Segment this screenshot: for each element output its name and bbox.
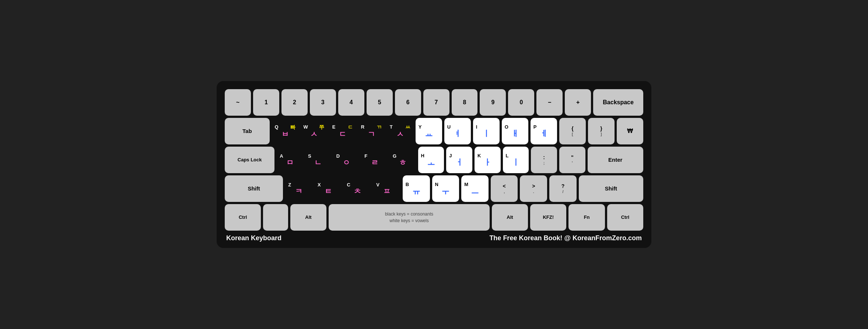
- row-5: Ctrl Alt black keys = consonantswhite ke…: [225, 204, 643, 231]
- key-w[interactable]: W 쭈 ㅅ: [301, 118, 327, 144]
- key-e[interactable]: E ㄷ ㄷ: [329, 118, 356, 144]
- key-less-than[interactable]: < ,: [491, 175, 518, 202]
- key-won[interactable]: ₩: [617, 118, 643, 144]
- key-plus[interactable]: +: [565, 89, 591, 116]
- key-f[interactable]: F ㄹ: [361, 147, 388, 173]
- key-g[interactable]: G ㅎ: [390, 147, 416, 173]
- key-i[interactable]: I ㅣ: [473, 118, 500, 144]
- key-q[interactable]: Q 빠 ㅂ: [272, 118, 298, 144]
- keyboard: ~ 1 2 3 4 5 6 7 8 9 0 − + Backspace Tab …: [217, 81, 651, 248]
- key-alt-right[interactable]: Alt: [492, 204, 528, 231]
- key-question[interactable]: ? /: [549, 175, 577, 202]
- key-capslock[interactable]: Caps Lock: [225, 147, 274, 173]
- key-minus[interactable]: −: [536, 89, 563, 116]
- keyboard-title: Korean Keyboard: [226, 234, 281, 242]
- key-0[interactable]: 0: [508, 89, 534, 116]
- key-z[interactable]: Z ㅋ: [285, 175, 312, 202]
- row-3: Caps Lock A ㅁ S ㄴ D ㅇ: [225, 147, 643, 173]
- keyboard-subtitle: The Free Korean Book! @ KoreanFromZero.c…: [489, 234, 642, 242]
- key-tab[interactable]: Tab: [225, 118, 270, 144]
- key-alt-left[interactable]: Alt: [290, 204, 326, 231]
- row-1: ~ 1 2 3 4 5 6 7 8 9 0 − + Backspace: [225, 89, 643, 116]
- key-9[interactable]: 9: [480, 89, 506, 116]
- key-6[interactable]: 6: [395, 89, 421, 116]
- key-spacebar[interactable]: black keys = consonantswhite keys = vowe…: [329, 204, 490, 231]
- key-r[interactable]: R ㄲ ㄱ: [358, 118, 385, 144]
- key-s[interactable]: S ㄴ: [305, 147, 331, 173]
- key-open-brace[interactable]: { [: [559, 118, 586, 144]
- key-enter[interactable]: Enter: [588, 147, 643, 173]
- key-colon[interactable]: : ;: [531, 147, 557, 173]
- key-p[interactable]: P ㅔ: [531, 118, 557, 144]
- key-2[interactable]: 2: [281, 89, 308, 116]
- key-ctrl-right[interactable]: Ctrl: [607, 204, 643, 231]
- key-4[interactable]: 4: [338, 89, 364, 116]
- key-5[interactable]: 5: [367, 89, 393, 116]
- key-greater-than[interactable]: > .: [520, 175, 547, 202]
- key-x[interactable]: X ㅌ: [315, 175, 342, 202]
- key-7[interactable]: 7: [423, 89, 449, 116]
- row-2: Tab Q 빠 ㅂ W 쭈 ㅅ E ㄷ: [225, 118, 643, 144]
- key-fn[interactable]: Fn: [568, 204, 605, 231]
- key-3[interactable]: 3: [310, 89, 336, 116]
- key-v[interactable]: V ㅍ: [373, 175, 400, 202]
- key-j[interactable]: J ㅓ: [446, 147, 472, 173]
- key-tilde[interactable]: ~: [225, 89, 251, 116]
- key-fn-left[interactable]: [263, 204, 288, 231]
- key-b[interactable]: B ㅠ: [403, 175, 430, 202]
- keyboard-rows: ~ 1 2 3 4 5 6 7 8 9 0 − + Backspace Tab …: [225, 89, 643, 231]
- key-quote[interactable]: " ': [559, 147, 585, 173]
- key-backspace[interactable]: Backspace: [593, 89, 643, 116]
- key-1[interactable]: 1: [253, 89, 279, 116]
- key-k[interactable]: K ㅏ: [475, 147, 501, 173]
- key-t[interactable]: T ㅆ ㅅ: [387, 118, 413, 144]
- key-ctrl-left[interactable]: Ctrl: [225, 204, 261, 231]
- key-l[interactable]: L ㅣ: [503, 147, 529, 173]
- key-m[interactable]: M ㅡ: [461, 175, 489, 202]
- key-c[interactable]: C ㅊ: [344, 175, 371, 202]
- key-u[interactable]: U ㅕ: [444, 118, 471, 144]
- key-8[interactable]: 8: [452, 89, 478, 116]
- key-d[interactable]: D ㅇ: [333, 147, 360, 173]
- key-shift-left[interactable]: Shift: [225, 175, 283, 202]
- key-h[interactable]: H ㅗ: [418, 147, 444, 173]
- key-close-brace[interactable]: } ]: [588, 118, 615, 144]
- key-o[interactable]: O ㅐ: [502, 118, 528, 144]
- key-y[interactable]: Y ㅛ: [416, 118, 442, 144]
- key-shift-right[interactable]: Shift: [579, 175, 643, 202]
- key-n[interactable]: N ㅜ: [432, 175, 459, 202]
- bottom-bar: Korean Keyboard The Free Korean Book! @ …: [225, 234, 643, 242]
- row-4: Shift Z ㅋ X ㅌ C ㅊ: [225, 175, 643, 202]
- key-a[interactable]: A ㅁ: [277, 147, 303, 173]
- key-kfz[interactable]: KFZ!: [530, 204, 566, 231]
